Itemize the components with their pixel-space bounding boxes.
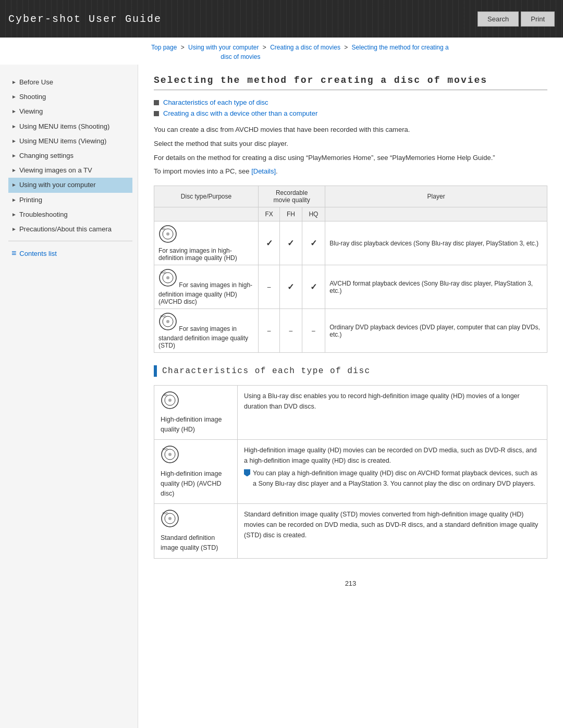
- breadcrumb-computer[interactable]: Using with your computer: [188, 44, 259, 51]
- disc-purpose-3: DVD For saving images in standard defini…: [154, 309, 259, 353]
- sidebar-item-label: Troubleshooting: [19, 210, 68, 219]
- svg-text:BD: BD: [162, 227, 165, 230]
- svg-point-6: [166, 276, 169, 279]
- sidebar-item-precautions[interactable]: ► Precautions/About this camera: [8, 222, 132, 237]
- section-bar-icon: [154, 365, 157, 377]
- char-label-2: DVD High-definition image quality (HD) (…: [154, 440, 238, 504]
- table-row: DVD For saving images in high-definition…: [154, 265, 547, 309]
- creating-link[interactable]: Creating a disc with a device other than…: [163, 109, 317, 117]
- details-link[interactable]: [Details]: [251, 167, 276, 175]
- page-title: Selecting the method for creating a disc…: [154, 75, 547, 90]
- sidebar-divider: [8, 241, 132, 241]
- sidebar-item-before-use[interactable]: ► Before Use: [8, 75, 132, 90]
- sidebar-item-label: Printing: [19, 195, 42, 205]
- sidebar-item-label: Precautions/About this camera: [19, 225, 112, 234]
- table-header-player: Player: [325, 186, 547, 207]
- svg-point-22: [168, 517, 172, 520]
- row3-fh: –: [280, 309, 302, 353]
- section-heading-label: Characteristics of each type of disc: [162, 366, 371, 376]
- breadcrumb-top[interactable]: Top page: [151, 44, 177, 51]
- chevron-right-icon: ►: [11, 196, 17, 204]
- dvd-icon-char-2: DVD: [161, 509, 179, 528]
- header: Cyber-shot User Guide Search Print: [0, 0, 563, 38]
- characteristics-link[interactable]: Characteristics of each type of disc: [163, 98, 268, 106]
- char-desc-3: Standard definition image quality (STD) …: [238, 504, 547, 558]
- chevron-right-icon: ►: [11, 181, 17, 189]
- sidebar-item-computer[interactable]: ► Using with your computer: [8, 178, 132, 192]
- row2-hq: ✓: [302, 265, 325, 309]
- col-fh: FH: [280, 207, 302, 221]
- char-label-3: DVD Standard definition image quality (S…: [154, 504, 238, 558]
- char-row-1: BD High-definition image quality (HD) Us…: [154, 386, 547, 440]
- chevron-right-icon: ►: [11, 123, 17, 130]
- char-desc-2: High-definition image quality (HD) movie…: [238, 440, 547, 504]
- link-characteristics[interactable]: Characteristics of each type of disc: [154, 98, 547, 106]
- chevron-right-icon: ►: [11, 226, 17, 233]
- svg-point-14: [168, 399, 172, 402]
- layout: ► Before Use ► Shooting ► Viewing ► Usin…: [0, 65, 563, 728]
- disc-table: Disc type/Purpose Recordablemovie qualit…: [154, 186, 547, 353]
- svg-point-10: [166, 320, 169, 323]
- row2-player: AVCHD format playback devices (Sony Blu-…: [325, 265, 547, 309]
- sidebar-item-label: Using with your computer: [19, 180, 96, 190]
- row1-hq: ✓: [302, 221, 325, 265]
- sidebar-item-tv[interactable]: ► Viewing images on a TV: [8, 163, 132, 178]
- header-actions: Search Print: [478, 11, 555, 27]
- char-desc-1: Using a Blu-ray disc enables you to reco…: [238, 386, 547, 440]
- chevron-right-icon: ►: [11, 211, 17, 218]
- list-icon: ≡: [11, 249, 16, 258]
- sidebar-item-label: Viewing images on a TV: [19, 166, 92, 175]
- dvd-disc-icon-2: DVD: [158, 312, 177, 331]
- col-fx: FX: [259, 207, 280, 221]
- sidebar-item-settings[interactable]: ► Changing settings: [8, 149, 132, 163]
- note-icon: [244, 469, 250, 476]
- link-creating[interactable]: Creating a disc with a device other than…: [154, 109, 547, 117]
- disc-purpose-2: DVD For saving images in high-definition…: [154, 265, 259, 309]
- svg-text:DVD: DVD: [161, 271, 166, 274]
- row1-player: Blu-ray disc playback devices (Sony Blu-…: [325, 221, 547, 265]
- sidebar-item-troubleshooting[interactable]: ► Troubleshooting: [8, 207, 132, 222]
- sidebar: ► Before Use ► Shooting ► Viewing ► Usin…: [0, 65, 138, 728]
- table-row: DVD For saving images in standard defini…: [154, 309, 547, 353]
- sidebar-item-printing[interactable]: ► Printing: [8, 193, 132, 207]
- sidebar-item-label: Shooting: [19, 92, 46, 102]
- svg-text:BD: BD: [164, 393, 167, 397]
- sidebar-item-menu-shooting[interactable]: ► Using MENU items (Shooting): [8, 119, 132, 134]
- link-list: Characteristics of each type of disc Cre…: [154, 98, 547, 117]
- square-icon: [154, 111, 159, 116]
- row3-hq: –: [302, 309, 325, 353]
- sidebar-item-label: Before Use: [19, 78, 53, 87]
- characteristics-heading: Characteristics of each type of disc: [154, 365, 547, 377]
- chevron-right-icon: ►: [11, 108, 17, 115]
- dvd-icon-char: DVD: [161, 445, 179, 464]
- svg-point-2: [166, 232, 169, 236]
- sidebar-item-label: Viewing: [19, 107, 43, 116]
- body-para-1: You can create a disc from AVCHD movies …: [154, 125, 547, 135]
- breadcrumb-disc[interactable]: Creating a disc of movies: [270, 44, 340, 51]
- char-label-1: BD High-definition image quality (HD): [154, 386, 238, 440]
- sidebar-item-shooting[interactable]: ► Shooting: [8, 90, 132, 104]
- search-button[interactable]: Search: [478, 11, 519, 27]
- app-title: Cyber-shot User Guide: [8, 13, 162, 25]
- svg-text:DVD: DVD: [163, 512, 168, 515]
- char-row-2: DVD High-definition image quality (HD) (…: [154, 440, 547, 504]
- row1-fx: ✓: [259, 221, 280, 265]
- bluray-icon: BD: [161, 391, 179, 410]
- chevron-right-icon: ►: [11, 167, 17, 174]
- sidebar-item-label: Using MENU items (Viewing): [19, 137, 106, 146]
- table-header-quality: Recordablemovie quality: [259, 186, 325, 207]
- body-para-3: For details on the method for creating a…: [154, 153, 547, 164]
- row3-fx: –: [259, 309, 280, 353]
- body-para-4: To import movies into a PC, see [Details…: [154, 166, 547, 177]
- contents-link-label: Contents list: [19, 250, 57, 257]
- row3-player: Ordinary DVD playback devices (DVD playe…: [325, 309, 547, 353]
- contents-list-link[interactable]: ≡ Contents list: [8, 245, 132, 261]
- print-button[interactable]: Print: [521, 11, 555, 27]
- sidebar-item-viewing[interactable]: ► Viewing: [8, 104, 132, 119]
- sidebar-item-label: Changing settings: [19, 151, 74, 161]
- main-content: Selecting the method for creating a disc…: [138, 65, 563, 728]
- table-row: BD For saving images in high-definition …: [154, 221, 547, 265]
- char-row-3: DVD Standard definition image quality (S…: [154, 504, 547, 558]
- chevron-right-icon: ►: [11, 93, 17, 101]
- sidebar-item-menu-viewing[interactable]: ► Using MENU items (Viewing): [8, 134, 132, 149]
